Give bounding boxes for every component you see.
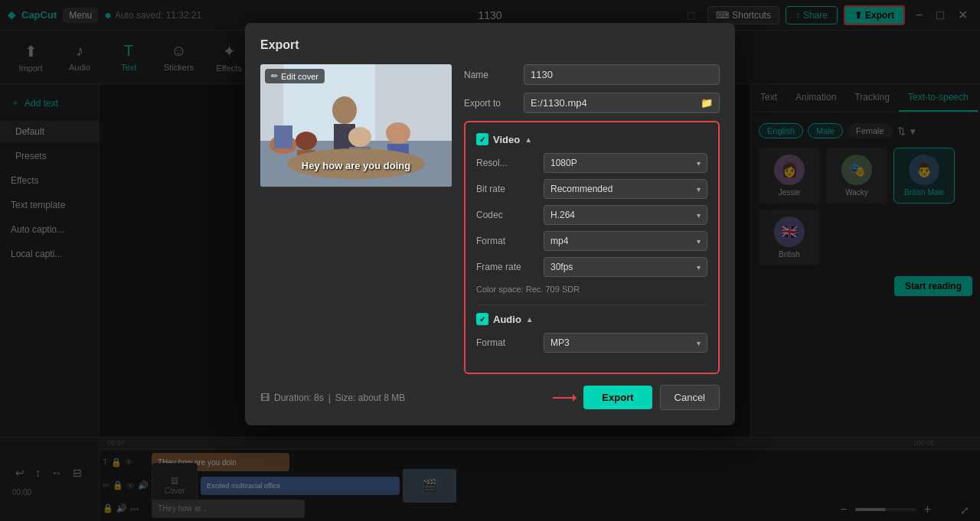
edit-cover-button[interactable]: ✏ Edit cover [265,69,325,83]
audio-format-chevron: ▾ [697,339,701,347]
duration-label: Duration: 8s [274,392,324,403]
separator: | [328,392,331,403]
svg-point-11 [348,127,371,147]
settings-box: ✓ Video ▲ Resol... 1080P ▾ Bit [464,121,720,374]
video-format-chevron: ▾ [697,237,701,246]
bitrate-row: Bit rate Recommended ▾ [476,179,707,199]
audio-format-select[interactable]: MP3 ▾ [544,333,707,353]
video-section: ✓ Video ▲ Resol... 1080P ▾ Bit [476,133,707,295]
audio-section: ✓ Audio ▲ Format MP3 ▾ [476,313,707,353]
codec-value: H.264 [550,210,575,220]
framerate-chevron: ▾ [697,263,701,272]
video-format-select[interactable]: mp4 ▾ [544,231,707,251]
resolution-row: Resol... 1080P ▾ [476,153,707,173]
preview-image: ✏ Edit cover Hey how are you doing [260,64,452,187]
dialog-footer: 🎞 Duration: 8s | Size: about 8 MB Export… [260,385,720,410]
bitrate-label: Bit rate [476,184,537,194]
name-value: 1130 [531,69,553,80]
resolution-select[interactable]: 1080P ▾ [544,153,707,173]
cancel-button[interactable]: Cancel [660,385,720,410]
bitrate-value: Recommended [550,184,612,194]
format-row: Format mp4 ▾ [476,231,707,251]
svg-point-7 [386,122,410,144]
audio-label: Audio [493,314,521,325]
codec-label: Codec [476,210,537,220]
framerate-value: 30fps [550,262,573,272]
video-arrow[interactable]: ▲ [524,135,532,144]
video-checkbox[interactable]: ✓ [476,133,488,145]
resolution-value: 1080P [550,158,577,168]
film-icon: 🎞 [260,392,270,403]
svg-rect-4 [274,125,292,148]
export-dialog: Export [245,23,735,425]
video-section-header: ✓ Video ▲ [476,133,707,145]
settings-divider [476,304,707,305]
edit-cover-icon: ✏ [271,71,278,81]
audio-section-header: ✓ Audio ▲ [476,313,707,325]
preview-subtitle: Hey how are you doing [302,160,410,171]
export-dialog-overlay: Export [0,0,980,521]
folder-icon[interactable]: 📁 [701,97,713,109]
svg-point-9 [296,132,317,150]
bitrate-chevron: ▾ [697,185,701,194]
export-to-label: Export to [464,98,518,109]
video-format-label: Format [476,236,537,246]
duration-info: 🎞 Duration: 8s | Size: about 8 MB [260,392,405,403]
video-format-value: mp4 [550,236,568,246]
footer-buttons: Export Cancel [553,385,720,410]
name-label: Name [464,70,518,80]
dialog-preview: ✏ Edit cover Hey how are you doing [260,64,452,374]
export-button-dialog[interactable]: Export [583,386,652,409]
arrow-icon [553,397,576,399]
color-space-label: Color space: Rec. 709 SDR [476,283,707,295]
resolution-label: Resol... [476,158,537,168]
framerate-row: Frame rate 30fps ▾ [476,257,707,277]
codec-select[interactable]: H.264 ▾ [544,205,707,225]
audio-format-row: Format MP3 ▾ [476,333,707,353]
svg-point-5 [332,96,357,124]
resolution-chevron: ▾ [697,159,701,168]
video-label: Video [493,134,520,145]
bitrate-select[interactable]: Recommended ▾ [544,179,707,199]
audio-format-value: MP3 [550,337,570,348]
audio-format-label: Format [476,337,537,348]
codec-chevron: ▾ [697,211,701,220]
dialog-body: ✏ Edit cover Hey how are you doing Name … [260,64,720,374]
name-row: Name 1130 [464,64,720,85]
export-arrow-indicator [553,397,576,399]
framerate-select[interactable]: 30fps ▾ [544,257,707,277]
export-to-input[interactable]: E:/1130.mp4 📁 [524,93,720,113]
audio-checkbox[interactable]: ✓ [476,313,488,325]
size-label: Size: about 8 MB [335,392,405,403]
export-to-value: E:/1130.mp4 [531,97,587,109]
dialog-title: Export [260,38,720,52]
audio-arrow[interactable]: ▲ [526,315,534,324]
codec-row: Codec H.264 ▾ [476,205,707,225]
name-input[interactable]: 1130 [524,64,720,85]
framerate-label: Frame rate [476,262,537,272]
export-to-row: Export to E:/1130.mp4 📁 [464,93,720,113]
dialog-form: Name 1130 Export to E:/1130.mp4 📁 [464,64,720,374]
